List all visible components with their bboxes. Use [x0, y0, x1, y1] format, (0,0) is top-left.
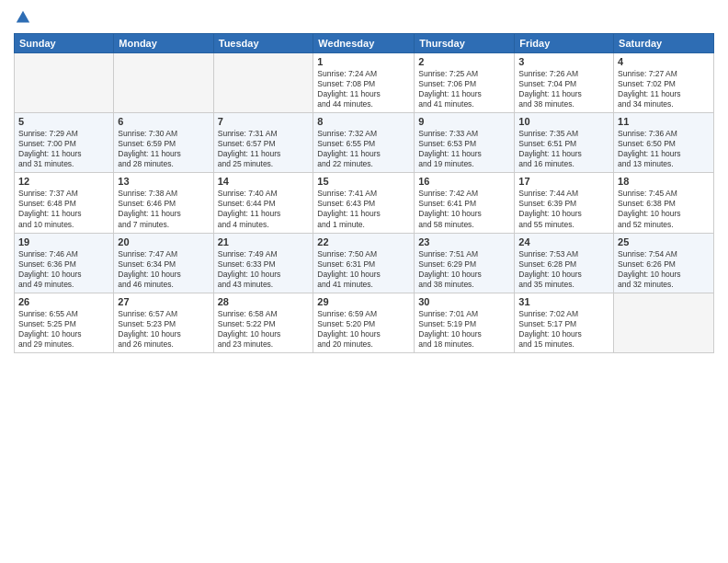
cell-text: Sunrise: 6:58 AMSunset: 5:22 PMDaylight:…	[218, 309, 310, 350]
cell-text: Sunrise: 7:38 AMSunset: 6:46 PMDaylight:…	[118, 189, 209, 229]
calendar-cell: 4Sunrise: 7:27 AMSunset: 7:02 PMDaylight…	[614, 53, 714, 113]
calendar-cell	[614, 293, 714, 352]
calendar-cell	[213, 53, 313, 113]
day-number: 25	[618, 236, 710, 247]
day-number: 11	[618, 116, 710, 127]
cell-text: Sunrise: 6:55 AMSunset: 5:25 PMDaylight:…	[18, 309, 109, 350]
day-number: 3	[518, 56, 609, 67]
calendar-cell: 23Sunrise: 7:51 AMSunset: 6:29 PMDayligh…	[415, 233, 515, 293]
day-number: 20	[118, 236, 209, 247]
cell-text: Sunrise: 7:02 AMSunset: 5:17 PMDaylight:…	[518, 309, 609, 350]
cell-text: Sunrise: 7:45 AMSunset: 6:38 PMDaylight:…	[618, 189, 710, 229]
cell-text: Sunrise: 7:30 AMSunset: 6:59 PMDaylight:…	[118, 129, 209, 169]
calendar-week-row: 1Sunrise: 7:24 AMSunset: 7:08 PMDaylight…	[15, 53, 714, 113]
calendar-cell: 27Sunrise: 6:57 AMSunset: 5:23 PMDayligh…	[114, 293, 213, 352]
day-number: 6	[118, 116, 209, 127]
day-number: 1	[317, 56, 410, 67]
day-number: 12	[18, 176, 109, 187]
day-number: 10	[518, 116, 609, 127]
calendar-cell: 8Sunrise: 7:32 AMSunset: 6:55 PMDaylight…	[313, 113, 415, 173]
cell-text: Sunrise: 7:32 AMSunset: 6:55 PMDaylight:…	[317, 129, 410, 169]
calendar-cell: 9Sunrise: 7:33 AMSunset: 6:53 PMDaylight…	[415, 113, 515, 173]
day-of-week-header: Thursday	[415, 34, 515, 53]
day-number: 19	[18, 236, 109, 247]
cell-text: Sunrise: 7:25 AMSunset: 7:06 PMDaylight:…	[418, 69, 510, 109]
calendar-cell: 20Sunrise: 7:47 AMSunset: 6:34 PMDayligh…	[114, 233, 213, 293]
cell-text: Sunrise: 7:50 AMSunset: 6:31 PMDaylight:…	[317, 249, 410, 290]
calendar-week-row: 19Sunrise: 7:46 AMSunset: 6:36 PMDayligh…	[15, 233, 714, 293]
calendar-cell: 22Sunrise: 7:50 AMSunset: 6:31 PMDayligh…	[313, 233, 415, 293]
day-number: 14	[218, 176, 310, 187]
calendar-cell: 30Sunrise: 7:01 AMSunset: 5:19 PMDayligh…	[415, 293, 515, 352]
calendar-cell: 2Sunrise: 7:25 AMSunset: 7:06 PMDaylight…	[415, 53, 515, 113]
day-number: 5	[18, 116, 109, 127]
day-number: 24	[518, 236, 609, 247]
day-number: 4	[618, 56, 710, 67]
calendar-week-row: 26Sunrise: 6:55 AMSunset: 5:25 PMDayligh…	[15, 293, 714, 352]
day-number: 18	[618, 176, 710, 187]
day-of-week-header: Sunday	[15, 34, 114, 53]
day-number: 30	[418, 296, 510, 307]
logo-icon	[15, 9, 31, 26]
cell-text: Sunrise: 7:35 AMSunset: 6:51 PMDaylight:…	[518, 129, 609, 169]
day-number: 13	[118, 176, 209, 187]
day-number: 31	[518, 296, 609, 307]
day-number: 17	[518, 176, 609, 187]
day-number: 8	[317, 116, 410, 127]
day-number: 29	[317, 296, 410, 307]
calendar-cell: 13Sunrise: 7:38 AMSunset: 6:46 PMDayligh…	[114, 173, 213, 233]
cell-text: Sunrise: 7:24 AMSunset: 7:08 PMDaylight:…	[317, 69, 410, 109]
calendar-header-row: SundayMondayTuesdayWednesdayThursdayFrid…	[15, 34, 714, 53]
calendar-cell: 6Sunrise: 7:30 AMSunset: 6:59 PMDaylight…	[114, 113, 213, 173]
cell-text: Sunrise: 7:37 AMSunset: 6:48 PMDaylight:…	[18, 189, 109, 229]
calendar-cell: 12Sunrise: 7:37 AMSunset: 6:48 PMDayligh…	[15, 173, 114, 233]
calendar-cell: 5Sunrise: 7:29 AMSunset: 7:00 PMDaylight…	[15, 113, 114, 173]
cell-text: Sunrise: 7:44 AMSunset: 6:39 PMDaylight:…	[518, 189, 609, 229]
day-number: 9	[418, 116, 510, 127]
calendar-cell	[114, 53, 213, 113]
calendar-cell: 17Sunrise: 7:44 AMSunset: 6:39 PMDayligh…	[515, 173, 614, 233]
calendar-cell: 19Sunrise: 7:46 AMSunset: 6:36 PMDayligh…	[15, 233, 114, 293]
cell-text: Sunrise: 7:54 AMSunset: 6:26 PMDaylight:…	[618, 249, 710, 290]
cell-text: Sunrise: 7:41 AMSunset: 6:43 PMDaylight:…	[317, 189, 410, 229]
calendar-week-row: 5Sunrise: 7:29 AMSunset: 7:00 PMDaylight…	[15, 113, 714, 173]
cell-text: Sunrise: 7:49 AMSunset: 6:33 PMDaylight:…	[218, 249, 310, 290]
calendar-cell: 29Sunrise: 6:59 AMSunset: 5:20 PMDayligh…	[313, 293, 415, 352]
day-number: 16	[418, 176, 510, 187]
day-number: 26	[18, 296, 109, 307]
day-of-week-header: Friday	[515, 34, 614, 53]
calendar-cell	[15, 53, 114, 113]
cell-text: Sunrise: 7:47 AMSunset: 6:34 PMDaylight:…	[118, 249, 209, 290]
calendar-cell: 11Sunrise: 7:36 AMSunset: 6:50 PMDayligh…	[614, 113, 714, 173]
day-number: 21	[218, 236, 310, 247]
calendar-body: 1Sunrise: 7:24 AMSunset: 7:08 PMDaylight…	[15, 53, 714, 353]
calendar-cell: 7Sunrise: 7:31 AMSunset: 6:57 PMDaylight…	[213, 113, 313, 173]
cell-text: Sunrise: 7:33 AMSunset: 6:53 PMDaylight:…	[418, 129, 510, 169]
cell-text: Sunrise: 7:26 AMSunset: 7:04 PMDaylight:…	[518, 69, 609, 109]
cell-text: Sunrise: 7:29 AMSunset: 7:00 PMDaylight:…	[18, 129, 109, 169]
calendar-cell: 26Sunrise: 6:55 AMSunset: 5:25 PMDayligh…	[15, 293, 114, 352]
calendar-cell: 28Sunrise: 6:58 AMSunset: 5:22 PMDayligh…	[213, 293, 313, 352]
calendar-table: SundayMondayTuesdayWednesdayThursdayFrid…	[14, 33, 714, 353]
day-number: 15	[317, 176, 410, 187]
day-number: 27	[118, 296, 209, 307]
cell-text: Sunrise: 7:51 AMSunset: 6:29 PMDaylight:…	[418, 249, 510, 290]
calendar-cell: 1Sunrise: 7:24 AMSunset: 7:08 PMDaylight…	[313, 53, 415, 113]
cell-text: Sunrise: 7:01 AMSunset: 5:19 PMDaylight:…	[418, 309, 510, 350]
calendar-cell: 10Sunrise: 7:35 AMSunset: 6:51 PMDayligh…	[515, 113, 614, 173]
day-number: 23	[418, 236, 510, 247]
day-of-week-header: Monday	[114, 34, 213, 53]
calendar-cell: 18Sunrise: 7:45 AMSunset: 6:38 PMDayligh…	[614, 173, 714, 233]
calendar-cell: 25Sunrise: 7:54 AMSunset: 6:26 PMDayligh…	[614, 233, 714, 293]
day-number: 7	[218, 116, 310, 127]
calendar-cell: 15Sunrise: 7:41 AMSunset: 6:43 PMDayligh…	[313, 173, 415, 233]
page: SundayMondayTuesdayWednesdayThursdayFrid…	[0, 0, 728, 563]
calendar-cell: 3Sunrise: 7:26 AMSunset: 7:04 PMDaylight…	[515, 53, 614, 113]
day-number: 2	[418, 56, 510, 67]
cell-text: Sunrise: 7:36 AMSunset: 6:50 PMDaylight:…	[618, 129, 710, 169]
day-number: 28	[218, 296, 310, 307]
day-of-week-header: Saturday	[614, 34, 714, 53]
cell-text: Sunrise: 7:42 AMSunset: 6:41 PMDaylight:…	[418, 189, 510, 229]
day-number: 22	[317, 236, 410, 247]
calendar-week-row: 12Sunrise: 7:37 AMSunset: 6:48 PMDayligh…	[15, 173, 714, 233]
